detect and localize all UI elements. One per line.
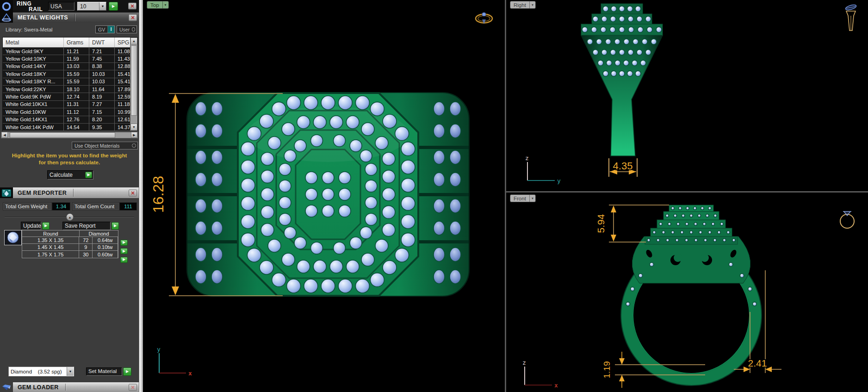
z-axis-label: z [522, 359, 526, 366]
gem-loader-header[interactable]: GEM LOADER ✕ [13, 382, 139, 392]
viewport-top[interactable]: 16.28 y x Top ▼ [143, 0, 505, 392]
metal-table-row[interactable]: White Gold:10KX111.317.2711.18 [3, 101, 137, 108]
metal-cell: 12.74 [64, 93, 89, 100]
metal-table-row[interactable]: Yellow Gold:18KY R...15.5910.0315.41 [3, 78, 137, 86]
y-axis-label: y [557, 177, 561, 184]
metal-cell: 11.31 [64, 101, 89, 108]
panel-splitter[interactable] [139, 0, 143, 392]
metal-table-row[interactable]: Yellow Gold:18KY15.5910.0315.41 [3, 70, 137, 78]
vertical-scrollbar[interactable]: ▲ ▼ [130, 37, 137, 131]
scroll-up-icon[interactable]: ▲ [130, 37, 137, 44]
gem-cell: 30 [79, 251, 93, 258]
top-view-canvas[interactable]: 16.28 y x [143, 0, 505, 392]
horizontal-scrollbar[interactable]: ◀ ▶ [1, 132, 138, 138]
scroll-left-icon[interactable]: ◀ [1, 132, 8, 138]
gem-reporter-close-button[interactable]: ✕ [129, 189, 137, 196]
metal-table-row[interactable]: Yellow Gold:14KY13.038.3812.88 [3, 63, 137, 70]
save-report-button[interactable]: Save Report [62, 222, 111, 230]
gem-row-play-button[interactable] [120, 248, 128, 254]
x-axis-label: x [554, 382, 558, 389]
col-header-metal[interactable]: Metal [3, 37, 64, 47]
metal-weights-close-button[interactable]: ✕ [129, 14, 137, 21]
gem-loader-title: GEM LOADER [18, 384, 59, 391]
x-axis-label: x [188, 370, 192, 377]
viewport-label-front[interactable]: Front ▼ [510, 194, 536, 202]
metal-table-row[interactable]: Yellow Gold:22KY18.1011.6417.89 [3, 86, 137, 93]
gem-reporter-icon [0, 187, 13, 198]
metal-cell: 9.35 [89, 124, 115, 131]
metal-table-row[interactable]: White Gold:14K PdW14.549.3514.37 [3, 124, 137, 131]
metal-table-row[interactable]: Yellow Gold:9KY11.217.2111.08 [3, 48, 137, 55]
metal-table-row[interactable]: White Gold:14KX112.768.2012.61 [3, 116, 137, 124]
ring-rail-run-button[interactable] [109, 2, 118, 11]
chevron-down-icon[interactable]: ▼ [529, 195, 535, 202]
gem-table-row[interactable]: 1.75 X 1.75300.60tw [22, 251, 118, 258]
scrollbar-thumb[interactable] [131, 45, 137, 116]
metal-cell: 11.59 [64, 55, 89, 62]
metal-weights-header[interactable]: METAL WEIGHTS ✕ [13, 12, 139, 23]
gem-cell: 1.45 X 1.45 [22, 244, 79, 250]
gem-cell: 0.10tw [93, 244, 118, 250]
gem-row-buttons [119, 237, 128, 263]
gem-table-header: Round Diamond [22, 230, 118, 237]
metal-table-row[interactable]: White Gold:9K PdW12.748.1912.59 [3, 93, 137, 100]
gv-state: I [107, 26, 114, 33]
axis-indicator: z x [522, 359, 558, 389]
viewport-right[interactable]: 4.35 z y Right ▼ [506, 0, 868, 191]
viewport-front[interactable]: 5.94 1.19 2.41 [506, 193, 868, 392]
gem-table-row[interactable]: 1.45 X 1.4590.10tw [22, 244, 118, 251]
user-toggle[interactable]: User [117, 25, 137, 33]
col-header-dwt[interactable]: DWT [89, 37, 115, 47]
update-play-icon[interactable] [42, 222, 50, 230]
metal-cell: 7.21 [89, 48, 115, 55]
ring-size-select[interactable]: 10 ▼ [77, 2, 106, 11]
calculate-button[interactable]: Calculate [47, 170, 93, 180]
col-header-grams[interactable]: Grams [64, 37, 89, 47]
gem-row-play-button[interactable] [120, 257, 128, 263]
ring-side-icon [476, 12, 492, 24]
chevron-down-icon[interactable]: ▼ [529, 1, 535, 8]
gem-loader-close-button[interactable]: ✕ [129, 384, 137, 391]
viewport-label-top[interactable]: Top ▼ [147, 1, 169, 9]
use-object-materials-toggle[interactable]: Use Object Materials [72, 142, 138, 149]
calculate-play-icon[interactable] [85, 172, 92, 178]
metal-cell: White Gold:14K PdW [3, 124, 64, 131]
metal-table-row[interactable]: Yellow Gold:10KY11.597.4511.43 [3, 55, 137, 62]
metal-cell: 12.76 [64, 116, 89, 123]
scroll-down-icon[interactable]: ▼ [130, 124, 137, 131]
user-radio-icon [132, 27, 135, 31]
material-select[interactable]: Diamond (3.52 spg) ▼ [8, 367, 74, 376]
region-input[interactable] [48, 2, 74, 11]
chevron-down-icon[interactable]: ▼ [67, 367, 74, 376]
material-header: Diamond [80, 230, 118, 236]
gem-thumbnail[interactable] [4, 230, 22, 245]
metal-table-row[interactable]: White Gold:10KW11.127.1510.99 [3, 108, 137, 116]
metal-cell: Yellow Gold:10KY [3, 55, 64, 62]
panel-collapse-divider: ▲ [5, 217, 134, 217]
metal-table-header[interactable]: Metal Grams DWT SPG [3, 37, 137, 48]
svg-text:5.94: 5.94 [595, 214, 606, 233]
viewport-label-right[interactable]: Right ▼ [510, 1, 536, 9]
front-view-canvas[interactable]: 5.94 1.19 2.41 [506, 193, 868, 392]
set-material-button[interactable]: Set Material [86, 367, 122, 376]
update-button[interactable]: Update [21, 222, 41, 230]
chevron-down-icon[interactable]: ▼ [99, 2, 106, 10]
metal-cell: 13.03 [64, 63, 89, 70]
gem-loader-icon [0, 382, 13, 392]
save-report-play-icon[interactable] [112, 222, 119, 230]
set-material-play-icon[interactable] [123, 367, 131, 376]
scroll-right-icon[interactable]: ▶ [131, 132, 137, 138]
right-view-canvas[interactable]: 4.35 z y [506, 0, 868, 191]
ring-rail-close-button[interactable]: ✕ [128, 3, 136, 10]
metal-weights-title: METAL WEIGHTS [18, 14, 68, 21]
collapse-up-button[interactable]: ▲ [66, 213, 74, 221]
total-gem-weight-label: Total Gem Weight [3, 202, 52, 211]
gem-table-row[interactable]: 1.35 X 1.35720.64tw [22, 237, 118, 244]
metal-weights-icon [0, 12, 13, 23]
chevron-down-icon[interactable]: ▼ [162, 1, 168, 8]
scrollbar-thumb[interactable] [10, 132, 115, 138]
gem-row-play-button[interactable] [120, 240, 128, 246]
gem-cell: 1.75 X 1.75 [22, 251, 79, 258]
gem-reporter-header[interactable]: GEM REPORTER ✕ [13, 187, 139, 198]
gv-toggle[interactable]: GV I [95, 25, 115, 33]
